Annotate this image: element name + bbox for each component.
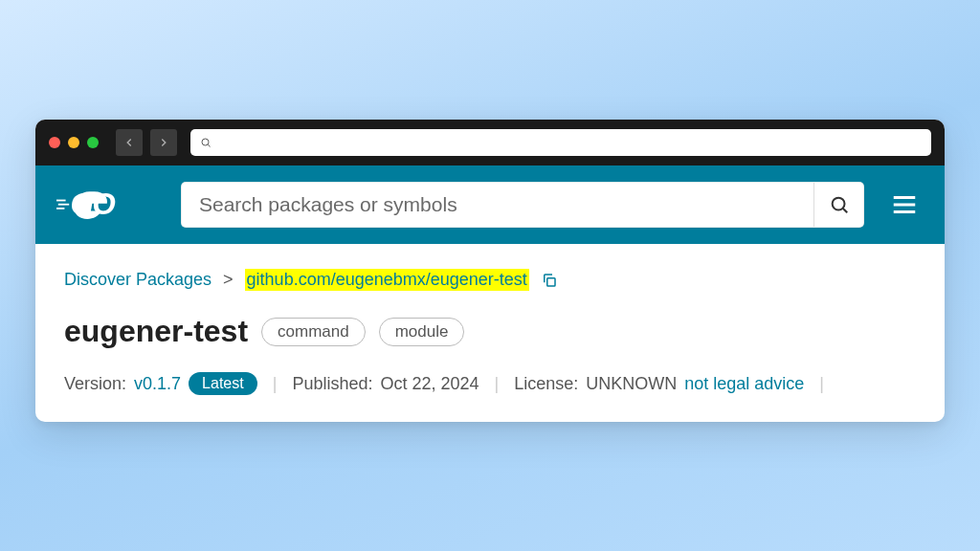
version-label: Version: bbox=[64, 374, 126, 394]
package-title: eugener-test bbox=[64, 314, 248, 349]
browser-chrome bbox=[35, 120, 945, 165]
tag-command[interactable]: command bbox=[261, 318, 366, 346]
meta-divider: | bbox=[267, 374, 283, 394]
address-bar[interactable] bbox=[190, 129, 931, 156]
search-icon bbox=[200, 137, 212, 148]
hamburger-menu-button[interactable] bbox=[885, 186, 924, 224]
breadcrumb-path[interactable]: github.com/eugenebmx/eugener-test bbox=[245, 269, 529, 291]
svg-point-0 bbox=[202, 139, 209, 145]
window-maximize-button[interactable] bbox=[87, 137, 99, 148]
license-label: License: bbox=[514, 374, 578, 394]
svg-text:GO: GO bbox=[70, 187, 115, 221]
nav-forward-button[interactable] bbox=[150, 129, 177, 156]
browser-window: GO Discover Packages > github.com/eugene… bbox=[35, 120, 945, 422]
license-value: UNKNOWN bbox=[586, 374, 677, 394]
meta-divider: | bbox=[489, 374, 505, 394]
copy-path-button[interactable] bbox=[541, 272, 558, 289]
meta-divider: | bbox=[813, 374, 830, 394]
svg-point-6 bbox=[832, 198, 844, 210]
copy-icon bbox=[541, 272, 558, 289]
tag-module[interactable]: module bbox=[379, 318, 465, 346]
search-container bbox=[181, 182, 864, 228]
svg-rect-3 bbox=[56, 208, 64, 209]
published-date: Oct 22, 2024 bbox=[380, 374, 479, 394]
published-item: Published: Oct 22, 2024 bbox=[292, 374, 479, 394]
breadcrumb-root-link[interactable]: Discover Packages bbox=[64, 270, 212, 290]
window-close-button[interactable] bbox=[49, 137, 60, 148]
breadcrumb-separator: > bbox=[223, 270, 234, 290]
site-header: GO bbox=[35, 165, 945, 244]
search-input[interactable] bbox=[182, 183, 813, 227]
latest-badge[interactable]: Latest bbox=[189, 372, 257, 395]
license-item: License: UNKNOWN not legal advice bbox=[514, 374, 804, 394]
nav-back-button[interactable] bbox=[116, 129, 143, 156]
version-item: Version: v0.1.7 Latest bbox=[64, 372, 257, 395]
title-row: eugener-test command module bbox=[64, 314, 916, 349]
legal-notice-link[interactable]: not legal advice bbox=[684, 374, 804, 394]
go-logo[interactable]: GO bbox=[56, 185, 160, 225]
search-icon bbox=[829, 194, 850, 215]
svg-rect-1 bbox=[56, 200, 66, 202]
svg-rect-7 bbox=[547, 277, 555, 285]
search-button[interactable] bbox=[813, 183, 863, 227]
hamburger-icon bbox=[890, 190, 919, 219]
version-link[interactable]: v0.1.7 bbox=[134, 374, 181, 394]
traffic-lights bbox=[49, 137, 99, 148]
window-minimize-button[interactable] bbox=[68, 137, 79, 148]
breadcrumb: Discover Packages > github.com/eugenebmx… bbox=[64, 269, 916, 291]
meta-row: Version: v0.1.7 Latest | Published: Oct … bbox=[64, 372, 916, 395]
published-label: Published: bbox=[292, 374, 372, 394]
page-content: Discover Packages > github.com/eugenebmx… bbox=[35, 244, 945, 422]
svg-rect-2 bbox=[58, 204, 69, 206]
